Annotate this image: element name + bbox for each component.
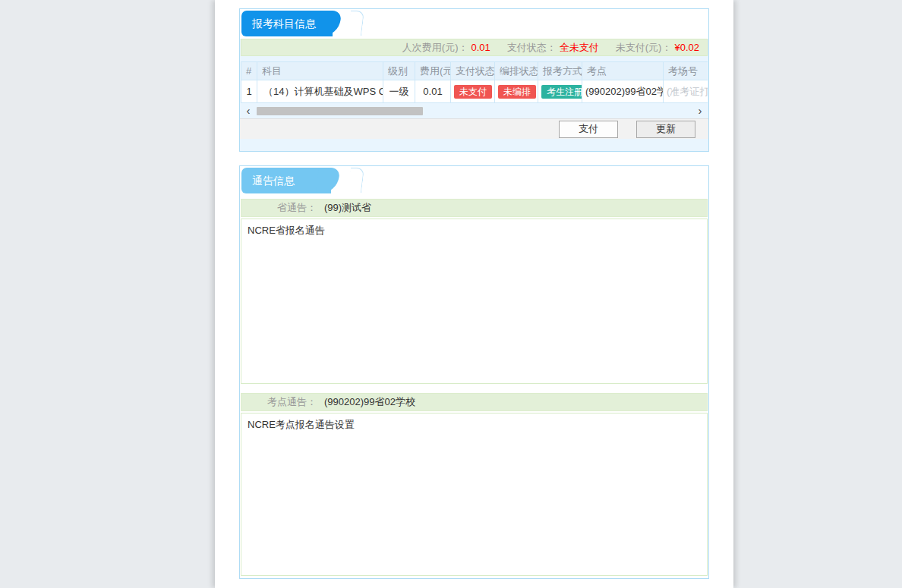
page-column: 报考科目信息 人次费用(元)：0.01 支付状态：全未支付 未支付(元)：¥0.…: [215, 0, 733, 588]
notices-tab-row: 通告信息: [240, 166, 708, 196]
unpaid-group: 未支付(元)：¥0.02: [616, 41, 699, 55]
register-mode-badge: 考生注册: [541, 85, 582, 99]
col-fee: 费用(元): [415, 62, 451, 80]
cell-level: 一级: [383, 80, 415, 103]
site-notice-label: 考点通告：: [241, 395, 317, 409]
panel-bottom-strip: [240, 139, 708, 150]
scroll-left-icon[interactable]: ‹: [240, 103, 257, 118]
cell-pay-status: 未支付: [451, 80, 495, 103]
col-room: 考场号: [664, 62, 708, 80]
province-notice-label: 省通告：: [241, 201, 317, 215]
fee-summary-bar: 人次费用(元)：0.01 支付状态：全未支付 未支付(元)：¥0.02: [241, 39, 708, 56]
scrollbar-thumb[interactable]: [257, 107, 423, 115]
subjects-tab-row: 报考科目信息: [240, 9, 708, 39]
pay-button[interactable]: 支付: [559, 121, 618, 138]
unpaid-value: ¥0.02: [674, 42, 699, 53]
cell-room: (准考证打印: [664, 80, 708, 103]
update-button[interactable]: 更新: [636, 121, 695, 138]
col-site: 考点: [582, 62, 664, 80]
fee-label: 人次费用(元)：: [402, 42, 468, 53]
horizontal-scrollbar[interactable]: ‹ ›: [240, 103, 708, 118]
col-pay-status: 支付状态: [451, 62, 495, 80]
fee-value: 0.01: [471, 42, 490, 53]
pay-status-value: 全未支付: [560, 42, 599, 53]
notices-panel: 通告信息 省通告： (99)测试省 NCRE省报名通告 考点通告： (99020…: [239, 165, 709, 579]
pay-status-badge: 未支付: [454, 85, 492, 99]
scroll-right-icon[interactable]: ›: [692, 103, 708, 118]
col-register-mode: 报考方式: [538, 62, 582, 80]
ribbon-decoration: [348, 168, 364, 193]
subjects-panel: 报考科目信息 人次费用(元)：0.01 支付状态：全未支付 未支付(元)：¥0.…: [239, 8, 709, 152]
site-notice-content: NCRE考点报名通告设置: [241, 413, 708, 576]
table-header-row: # 科目 级别 费用(元) 支付状态 编排状态 报考方式 考点 考场号: [241, 62, 708, 80]
province-notice-value: (99)测试省: [324, 201, 371, 215]
province-notice-content: NCRE省报名通告: [241, 219, 708, 384]
pay-status-label: 支付状态：: [507, 42, 557, 53]
subjects-button-row: 支付 更新: [240, 118, 708, 139]
subjects-table: # 科目 级别 费用(元) 支付状态 编排状态 报考方式 考点 考场号 1 （1…: [241, 61, 708, 103]
subjects-tab-ribbon: 报考科目信息: [241, 11, 333, 36]
col-level: 级别: [383, 62, 415, 80]
ribbon-decoration: [348, 11, 364, 36]
notices-tab-ribbon: 通告信息: [241, 168, 331, 193]
scrollbar-track[interactable]: [257, 107, 692, 115]
cell-index: 1: [241, 80, 257, 103]
col-index: #: [241, 62, 257, 80]
cell-site: (990202)99省02学校: [582, 80, 664, 103]
arrange-status-badge: 未编排: [498, 85, 536, 99]
fee-group: 人次费用(元)：0.01: [402, 41, 490, 55]
col-subject: 科目: [257, 62, 383, 80]
col-arrange-status: 编排状态: [495, 62, 538, 80]
site-notice-bar: 考点通告： (990202)99省02学校: [241, 393, 708, 411]
notice-gap: [240, 384, 708, 393]
cell-subject: （14）计算机基础及WPS Office应用: [257, 80, 383, 103]
unpaid-label: 未支付(元)：: [616, 42, 672, 53]
pay-status-group: 支付状态：全未支付: [507, 41, 599, 55]
cell-fee: 0.01: [415, 80, 451, 103]
cell-register-mode: 考生注册: [538, 80, 582, 103]
province-notice-bar: 省通告： (99)测试省: [241, 199, 708, 217]
subjects-table-wrapper: # 科目 级别 费用(元) 支付状态 编排状态 报考方式 考点 考场号 1 （1…: [241, 61, 708, 103]
table-row: 1 （14）计算机基础及WPS Office应用 一级 0.01 未支付 未编排…: [241, 80, 708, 103]
cell-arrange-status: 未编排: [495, 80, 538, 103]
site-notice-value: (990202)99省02学校: [324, 395, 415, 409]
subjects-tab-label: 报考科目信息: [252, 17, 316, 30]
notices-tab-label: 通告信息: [252, 175, 295, 187]
